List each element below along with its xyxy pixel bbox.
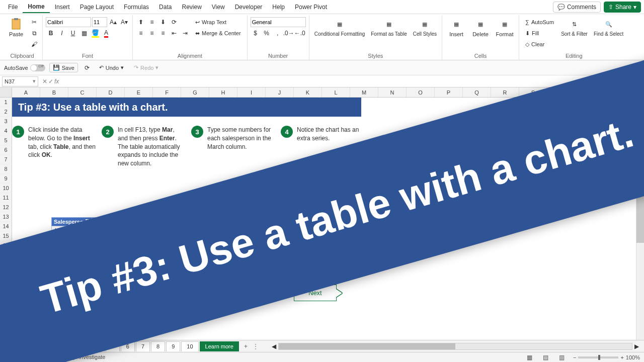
sheet-tab[interactable]: Learn more [200,341,239,351]
align-center-button[interactable]: ≡ [147,28,157,38]
sort-filter-button[interactable]: ⇅Sort & Filter [559,17,590,38]
paste-button[interactable]: Paste [5,17,27,38]
fill-color-button[interactable]: 🪣 [90,28,100,38]
orientation-button[interactable]: ⟳ [169,17,179,27]
enter-icon[interactable]: ✓ [48,78,53,85]
autosum-button[interactable]: ∑ AutoSum [522,17,557,27]
row-header[interactable]: 23 [0,308,12,317]
column-header[interactable]: B [40,87,68,97]
autosave-toggle[interactable]: AutoSaveOff [4,64,45,71]
clear-button[interactable]: ◇ Clear [522,39,557,49]
tab-file[interactable]: File [3,2,23,13]
sheet-nav-next[interactable]: › [12,343,20,350]
row-header[interactable]: 21 [0,289,12,298]
column-header[interactable]: V [604,87,632,97]
align-top-button[interactable]: ⬆ [136,17,146,27]
tab-home[interactable]: Home [23,1,49,13]
fx-icon[interactable]: fx [54,78,59,85]
tab-page-layout[interactable]: Page Layout [75,2,119,13]
next-button[interactable]: Next [294,285,337,301]
comments-button[interactable]: 💬Comments [553,2,601,13]
redo-button[interactable]: ↷ Redo ▾ [131,63,162,73]
row-header[interactable]: 15 [0,231,12,241]
cancel-icon[interactable]: ✕ [42,78,47,85]
find-select-button[interactable]: 🔍Find & Select [592,17,625,38]
row-header[interactable]: 16 [0,241,12,250]
row-header[interactable]: 12 [0,203,12,212]
font-name-select[interactable] [46,17,91,27]
sheet-tab[interactable]: 4 [91,341,105,351]
decrease-decimal-button[interactable]: ←.0 [295,28,305,38]
format-painter-button[interactable]: 🖌 [29,39,39,49]
decrease-indent-button[interactable]: ⇤ [169,28,179,38]
row-header[interactable]: 18 [0,260,12,269]
row-header[interactable]: 20 [0,279,12,289]
border-button[interactable]: ▦ [79,28,89,38]
sheet-tab[interactable]: 1 [45,341,59,351]
increase-indent-button[interactable]: ⇥ [180,28,190,38]
percent-button[interactable]: % [262,28,272,38]
format-cells-button[interactable]: ▦Format [494,17,516,38]
row-header[interactable]: 17 [0,250,12,260]
row-header[interactable]: 6 [0,145,12,155]
column-header[interactable]: C [68,87,97,97]
fill-button[interactable]: ⬇ Fill [522,28,557,38]
horizontal-scrollbar[interactable]: ◀ ▶ [270,343,641,350]
column-header[interactable]: A [12,87,40,97]
column-header[interactable]: N [378,87,407,97]
copy-button[interactable]: ⧉ [29,28,39,38]
column-header[interactable]: Q [463,87,491,97]
sheet-tab[interactable]: 7 [136,341,150,351]
bar-chart[interactable]: 020040060080010001200 Mar Feb Jan [208,221,374,277]
number-format-select[interactable] [251,17,306,27]
row-header[interactable]: 7 [0,155,12,164]
row-header[interactable]: 24 [0,317,12,327]
expand-formula-icon[interactable]: ⌄ [633,78,644,85]
bold-button[interactable]: B [46,28,56,38]
sheet-tab[interactable]: 10 [181,341,198,351]
cut-button[interactable]: ✂ [29,17,39,27]
view-page-layout-button[interactable]: ▤ [541,352,551,363]
row-header[interactable]: 11 [0,193,12,203]
table-row[interactable]: Kelly400 [52,226,142,235]
sheet-nav-prev[interactable]: ‹ [3,343,11,350]
format-as-table-button[interactable]: ▦Format as Table [369,17,409,38]
filter-dropdown-icon[interactable]: ▾ [86,219,91,224]
row-header[interactable]: 5 [0,136,12,145]
row-header[interactable]: 13 [0,212,12,222]
sheet-tab[interactable]: 8 [151,341,165,351]
sheet-tab[interactable]: 2 [60,341,74,351]
underline-button[interactable]: U [68,28,78,38]
column-header[interactable]: R [491,87,519,97]
wrap-text-button[interactable]: ↩Wrap Text [192,17,244,27]
italic-button[interactable]: I [57,28,67,38]
conditional-formatting-button[interactable]: ▦Conditional Formatting [312,17,367,38]
merge-center-button[interactable]: ⬌Merge & Center [192,28,244,38]
table-row[interactable]: Dave [52,235,142,243]
cell-styles-button[interactable]: ▦Cell Styles [411,17,439,38]
column-header[interactable]: U [576,87,604,97]
increase-font-button[interactable]: A▴ [108,17,118,27]
share-button[interactable]: ⇧Share▾ [604,2,641,13]
column-header[interactable]: K [294,87,322,97]
tab-view[interactable]: View [207,2,230,13]
zoom-slider[interactable]: −+ 100% [573,354,640,360]
add-sheet-button[interactable]: + [240,343,252,350]
sheet-tab[interactable]: 6 [121,341,135,351]
table-row[interactable]: Brian [52,243,142,252]
row-header[interactable]: 3 [0,117,12,126]
row-header[interactable]: 14 [0,222,12,231]
worksheet-grid[interactable]: 1234567891011121314151617181920212223242… [0,98,644,341]
column-header[interactable]: M [350,87,378,97]
align-bottom-button[interactable]: ⬇ [158,17,168,27]
data-table[interactable]: Salesperson▾ Jan▾ Feb▾ Kelly400 Dave Bri… [51,217,142,252]
column-header[interactable]: E [125,87,153,97]
column-header[interactable]: I [237,87,266,97]
view-page-break-button[interactable]: ▥ [557,352,567,363]
sync-button[interactable]: ⟳ [82,63,92,73]
row-header[interactable]: 10 [0,184,12,193]
decrease-font-button[interactable]: A▾ [119,17,129,27]
column-header[interactable]: T [547,87,576,97]
formula-input[interactable] [61,76,633,86]
sheet-tab[interactable]: 5 [106,341,120,351]
